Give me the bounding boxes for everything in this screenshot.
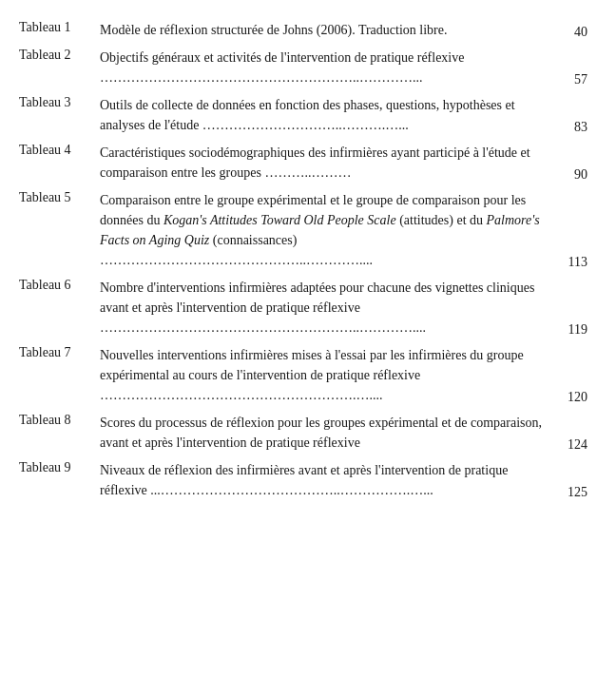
table-description: Niveaux de réflexion des infirmières ava… <box>100 460 554 500</box>
table-row: Tableau 2 Objectifs généraux et activité… <box>19 45 587 90</box>
table-description: Comparaison entre le groupe expérimental… <box>100 190 554 270</box>
table-label: Tableau 1 <box>19 20 100 35</box>
table-row: Tableau 8 Scores du processus de réflexi… <box>19 410 587 455</box>
table-label: Tableau 3 <box>19 95 100 110</box>
table-description: Nouvelles interventions infirmières mise… <box>100 345 554 405</box>
table-row: Tableau 7 Nouvelles interventions infirm… <box>19 342 587 408</box>
table-label: Tableau 8 <box>19 413 100 428</box>
table-label: Tableau 5 <box>19 190 100 205</box>
table-label: Tableau 9 <box>19 460 100 475</box>
table-page-number: 57 <box>554 72 587 87</box>
table-description: Objectifs généraux et activités de l'int… <box>100 48 554 87</box>
table-of-contents: Tableau 1 Modèle de réflexion structurée… <box>19 17 587 503</box>
table-page-number: 113 <box>554 255 587 270</box>
table-page-number: 40 <box>554 25 587 40</box>
table-page-number: 90 <box>554 167 587 183</box>
table-description: Outils de collecte de données en fonctio… <box>100 95 554 135</box>
table-label: Tableau 4 <box>19 143 100 158</box>
table-row: Tableau 6 Nombre d'interventions infirmi… <box>19 275 587 340</box>
table-row: Tableau 9 Niveaux de réflexion des infir… <box>19 457 587 503</box>
table-page-number: 125 <box>554 485 587 500</box>
table-label: Tableau 7 <box>19 345 100 360</box>
table-description: Caractéristiques sociodémographiques des… <box>100 143 554 183</box>
table-row: Tableau 4 Caractéristiques sociodémograp… <box>19 140 587 185</box>
table-row: Tableau 5 Comparaison entre le groupe ex… <box>19 187 587 273</box>
table-page-number: 120 <box>554 390 587 405</box>
table-page-number: 124 <box>554 437 587 453</box>
table-page-number: 83 <box>554 120 587 135</box>
table-row: Tableau 1 Modèle de réflexion structurée… <box>19 17 587 43</box>
table-label: Tableau 6 <box>19 278 100 293</box>
table-page-number: 119 <box>554 322 587 338</box>
table-description: Scores du processus de réflexion pour le… <box>100 413 554 453</box>
table-description: Nombre d'interventions infirmières adapt… <box>100 278 554 338</box>
table-description: Modèle de réflexion structurée de Johns … <box>100 20 554 40</box>
table-row: Tableau 3 Outils de collecte de données … <box>19 92 587 138</box>
table-label: Tableau 2 <box>19 48 100 63</box>
